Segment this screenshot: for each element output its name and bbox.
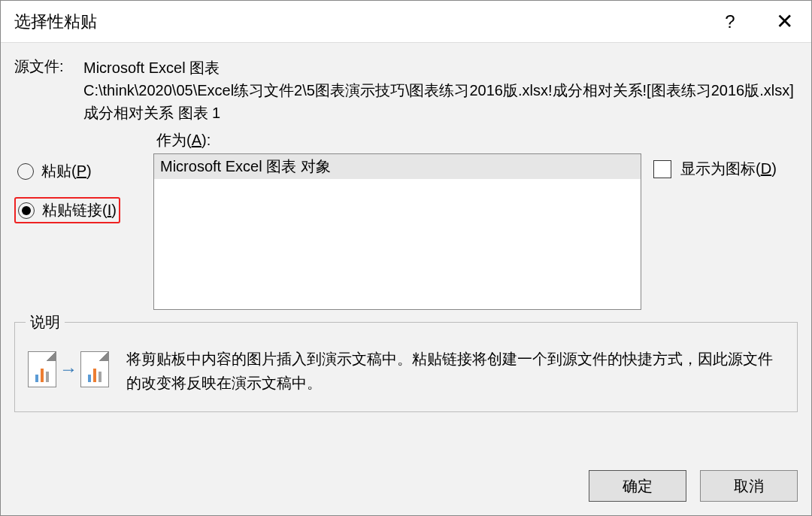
as-label: 作为(A): [156, 130, 641, 150]
checkbox-label: 显示为图标(D) [680, 159, 777, 179]
titlebar: 选择性粘贴 ? ✕ [1, 1, 811, 43]
source-row: 源文件: Microsoft Excel 图表 C:\think\2020\05… [14, 56, 798, 124]
button-row: 确定 取消 [1, 460, 811, 515]
source-label: 源文件: [14, 56, 83, 124]
help-button[interactable]: ? [717, 11, 744, 32]
description-text: 将剪贴板中内容的图片插入到演示文稿中。粘贴链接将创建一个到源文件的快捷方式，因此… [126, 347, 785, 395]
radio-paste-link-highlight: 粘贴链接(I) [14, 197, 120, 223]
source-type: Microsoft Excel 图表 [83, 56, 798, 79]
description-row: → 将剪贴板中内容的图片插入到演示文稿中。粘贴链接将创建一个到源文件的快捷方式，… [27, 336, 785, 395]
icon-column: 显示为图标(D) [653, 130, 798, 310]
description-fieldset: 说明 → 将剪贴板中内容的图片插入到演示文稿中。粘贴链接将创建一个到源文件的快捷… [14, 322, 798, 412]
document-chart-icon [80, 351, 109, 387]
source-value: Microsoft Excel 图表 C:\think\2020\05\Exce… [83, 56, 798, 124]
cancel-button[interactable]: 取消 [700, 470, 798, 502]
radio-paste-link-label: 粘贴链接(I) [42, 200, 117, 220]
radio-column: 粘贴(P) 粘贴链接(I) [14, 130, 153, 310]
radio-circle-selected-icon [18, 202, 35, 219]
dialog-title: 选择性粘贴 [14, 11, 97, 33]
paste-link-icon: → [27, 347, 110, 392]
as-listbox[interactable]: Microsoft Excel 图表 对象 [153, 153, 641, 310]
mid-area: 粘贴(P) 粘贴链接(I) 作为(A): Micr [14, 130, 798, 310]
list-item[interactable]: Microsoft Excel 图表 对象 [154, 154, 641, 179]
titlebar-controls: ? ✕ [717, 11, 798, 32]
arrow-icon: → [59, 359, 77, 380]
source-path: C:\think\2020\05\Excel练习文件2\5图表演示技巧\图表练习… [83, 79, 798, 124]
dialog-content: 源文件: Microsoft Excel 图表 C:\think\2020\05… [1, 43, 811, 460]
ok-button[interactable]: 确定 [589, 470, 686, 502]
radio-paste[interactable]: 粘贴(P) [14, 159, 153, 184]
radio-paste-link[interactable]: 粘贴链接(I) [18, 200, 117, 220]
description-legend: 说明 [26, 312, 65, 332]
close-button[interactable]: ✕ [771, 11, 798, 32]
radio-paste-label: 粘贴(P) [41, 161, 92, 181]
document-chart-icon [28, 351, 56, 387]
checkbox-display-as-icon[interactable]: 显示为图标(D) [653, 159, 798, 179]
radio-circle-icon [17, 163, 34, 180]
checkbox-box-icon [653, 160, 671, 178]
as-column: 作为(A): Microsoft Excel 图表 对象 [153, 130, 641, 310]
paste-special-dialog: 选择性粘贴 ? ✕ 源文件: Microsoft Excel 图表 C:\thi… [0, 0, 812, 516]
